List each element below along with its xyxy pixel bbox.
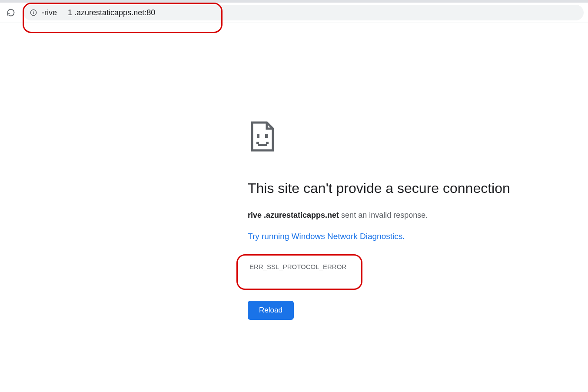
- error-host: rive .azurestaticapps.net: [248, 211, 339, 219]
- message-tail: sent an invalid response.: [339, 211, 428, 219]
- url-fragment: -rive: [42, 8, 57, 17]
- svg-rect-7: [266, 142, 269, 144]
- diagnostics-link[interactable]: Try running Windows Network Diagnostics: [248, 232, 402, 241]
- address-bar-area: -rive 0a1 .azurestaticapps.net:80: [0, 3, 588, 23]
- redacted-text: 0a: [57, 8, 68, 17]
- url-host: .azurestaticapps.net: [74, 8, 144, 17]
- link-dot: .: [402, 232, 405, 241]
- svg-rect-3: [257, 134, 259, 138]
- reload-button[interactable]: Reload: [248, 301, 294, 320]
- url-port: :80: [144, 8, 155, 17]
- error-message: rive .azurestaticapps.net sent an invali…: [248, 209, 510, 221]
- url-fragment: 1: [68, 8, 72, 17]
- host-suffix: .azurestaticapps.net: [264, 211, 339, 219]
- error-code: ERR_SSL_PROTOCOL_ERROR: [248, 259, 510, 275]
- svg-rect-5: [258, 144, 267, 146]
- omnibox[interactable]: -rive 0a1 .azurestaticapps.net:80: [23, 5, 584, 20]
- svg-rect-4: [265, 134, 268, 138]
- url-text: -rive 0a1 .azurestaticapps.net:80: [42, 8, 155, 17]
- site-info-icon[interactable]: [30, 9, 37, 17]
- svg-rect-6: [256, 142, 259, 144]
- error-interstitial: This site can't provide a secure connect…: [248, 121, 510, 320]
- error-code-wrap: ERR_SSL_PROTOCOL_ERROR: [248, 259, 510, 275]
- page-content: This site can't provide a secure connect…: [0, 23, 588, 320]
- error-heading: This site can't provide a secure connect…: [248, 180, 510, 196]
- host-fragment: rive: [248, 211, 262, 219]
- sad-page-icon: [248, 121, 510, 154]
- reload-icon[interactable]: [6, 8, 16, 17]
